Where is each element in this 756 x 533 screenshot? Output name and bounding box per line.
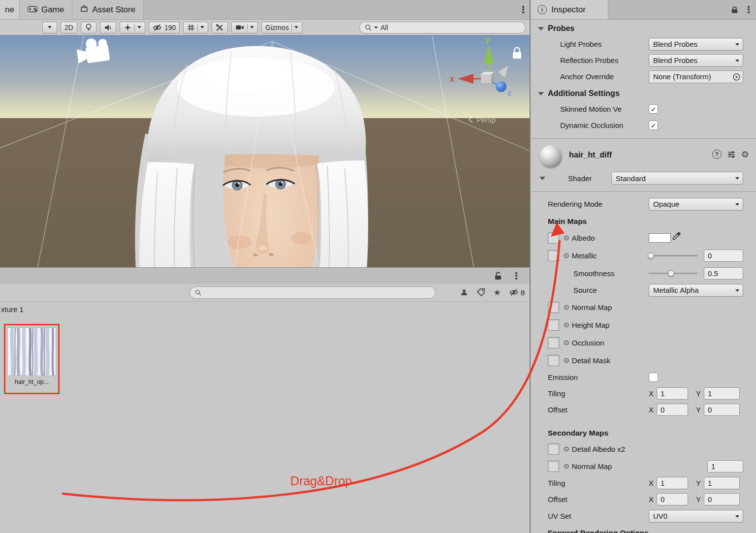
tab-scene[interactable]: ne xyxy=(0,0,20,19)
offset-label: Offset xyxy=(548,495,649,503)
rendering-mode-dropdown[interactable]: Opaque xyxy=(649,198,743,211)
gizmo-z-label[interactable]: z xyxy=(507,89,511,97)
gizmo-x-label[interactable]: x xyxy=(450,75,454,83)
shader-dropdown[interactable]: Standard xyxy=(611,172,743,185)
scene-camera-button[interactable] xyxy=(231,22,258,33)
audio-toggle-button[interactable] xyxy=(100,22,116,33)
lighting-toggle-button[interactable] xyxy=(81,22,96,33)
x-label: X xyxy=(649,389,654,398)
inspector-tabbar: i Inspector ⋮ xyxy=(532,0,756,20)
secondary-tiling-x-field[interactable] xyxy=(657,477,688,489)
hidden-count-toggle[interactable]: 8 xyxy=(509,288,525,297)
favorite-star-icon[interactable]: ★ xyxy=(493,287,501,297)
source-dropdown[interactable]: Metallic Alpha xyxy=(649,284,743,297)
inspector-tabbar-right: ⋮ xyxy=(731,0,756,19)
project-more-icon[interactable]: ⋮ xyxy=(510,270,523,282)
help-icon[interactable]: ? xyxy=(712,150,722,159)
tool-dropdown-button[interactable] xyxy=(42,22,57,33)
smoothness-slider[interactable] xyxy=(649,273,698,274)
normal-map-texture-slot[interactable] xyxy=(548,302,559,313)
inspector-more-icon[interactable]: ⋮ xyxy=(742,4,755,15)
presets-icon[interactable] xyxy=(727,150,736,159)
tab-inspector[interactable]: i Inspector xyxy=(532,0,608,19)
lock-icon[interactable] xyxy=(731,5,738,14)
secondary-offset-y-field[interactable] xyxy=(704,493,740,505)
height-map-texture-slot[interactable] xyxy=(548,319,559,331)
anchor-override-object-field[interactable]: None (Transform) xyxy=(649,70,743,83)
offset-label: Offset xyxy=(548,406,649,414)
dynamic-occlusion-checkbox[interactable]: ✓ xyxy=(649,121,658,130)
tabbar-more-icon[interactable]: ⋮ xyxy=(517,0,530,19)
toggle-2d-button[interactable]: 2D xyxy=(61,22,77,33)
material-foldout-arrow-icon[interactable] xyxy=(539,177,545,180)
label-icon[interactable] xyxy=(476,288,485,297)
offset-x-field[interactable] xyxy=(657,404,688,416)
texture-asset-tile[interactable]: hair_ht_op... xyxy=(4,324,60,394)
object-picker-icon[interactable] xyxy=(732,72,741,83)
smoothness-value-field[interactable] xyxy=(704,267,743,280)
secondary-offset-x-field[interactable] xyxy=(657,493,688,505)
secondary-normal-label: Normal Map xyxy=(572,462,612,470)
scene-viewport[interactable]: y x z Persp xyxy=(0,35,530,267)
offset-row: Offset X Y xyxy=(532,402,756,418)
dynamic-occlusion-row: Dynamic Occlusion ✓ xyxy=(532,117,756,133)
secondary-normal-value-field[interactable] xyxy=(707,460,743,472)
search-filter-caret-icon[interactable] xyxy=(374,27,378,29)
project-toolbar: ★ 8 xyxy=(0,284,530,302)
x-label: X xyxy=(649,479,654,487)
albedo-color-swatch[interactable] xyxy=(649,233,671,243)
dynamic-occlusion-label: Dynamic Occlusion xyxy=(560,121,649,129)
gamepad-icon xyxy=(28,5,37,15)
skinned-motion-checkbox[interactable]: ✓ xyxy=(649,104,658,114)
texture-thumbnail[interactable] xyxy=(7,327,56,376)
reflection-probes-dropdown[interactable]: Blend Probes xyxy=(649,54,743,67)
tiling-label: Tiling xyxy=(548,389,649,398)
uv-set-dropdown[interactable]: UV0 xyxy=(649,510,743,523)
metallic-value-field[interactable] xyxy=(704,250,743,262)
offset-y-field[interactable] xyxy=(704,404,740,416)
gizmo-y-label[interactable]: y xyxy=(485,35,490,44)
detail-albedo-label: Detail Albedo x2 xyxy=(572,445,625,453)
main-maps-header: Main Maps xyxy=(532,214,756,229)
secondary-tiling-y-field[interactable] xyxy=(704,477,740,489)
scene-search-field[interactable]: All xyxy=(359,22,526,33)
project-search-field[interactable] xyxy=(189,286,436,299)
texture-asset-name: hair_ht_op... xyxy=(15,378,49,385)
emission-checkbox[interactable] xyxy=(649,373,658,382)
tab-asset-store[interactable]: Asset Store xyxy=(72,0,144,19)
albedo-texture-slot[interactable] xyxy=(548,232,559,244)
gear-icon[interactable]: ⚙ xyxy=(741,150,749,159)
secondary-normal-texture-slot[interactable] xyxy=(548,461,559,472)
gizmo-persp-label[interactable]: Persp xyxy=(476,116,496,124)
metallic-texture-slot[interactable] xyxy=(548,250,559,261)
scene-visibility-button[interactable]: 190 xyxy=(149,22,180,33)
probes-foldout[interactable]: Probes xyxy=(532,21,756,36)
slider-knob[interactable] xyxy=(668,270,674,277)
asset-filter-icon[interactable] xyxy=(460,288,469,297)
effects-toggle-button[interactable] xyxy=(120,22,145,33)
secondary-normal-map-row: ⊙ Normal Map xyxy=(532,457,756,475)
tiling-x-field[interactable] xyxy=(657,387,688,400)
slider-knob[interactable] xyxy=(648,252,654,259)
detail-albedo-texture-slot[interactable] xyxy=(548,443,559,455)
additional-settings-foldout[interactable]: Additional Settings xyxy=(532,86,756,101)
tab-game[interactable]: Game xyxy=(20,0,72,19)
material-preview-sphere[interactable] xyxy=(539,145,562,168)
gizmos-button[interactable]: Gizmos xyxy=(261,22,302,33)
smoothness-label: Smoothness xyxy=(573,269,614,278)
metallic-slider[interactable] xyxy=(649,255,698,256)
grid-settings-button[interactable] xyxy=(183,22,208,33)
light-probes-dropdown[interactable]: Blend Probes xyxy=(649,38,743,51)
y-label: Y xyxy=(696,406,701,414)
tools-button[interactable] xyxy=(212,22,228,33)
project-search-input[interactable] xyxy=(204,287,430,298)
project-content[interactable]: xture 1 xyxy=(0,302,530,533)
probes-header: Probes xyxy=(548,24,574,33)
occlusion-row: ⊙ Occlusion xyxy=(532,334,756,351)
occlusion-texture-slot[interactable] xyxy=(548,337,559,348)
tiling-y-field[interactable] xyxy=(704,387,740,400)
asset-store-icon xyxy=(80,4,88,15)
unlock-icon[interactable] xyxy=(494,272,502,280)
detail-mask-texture-slot[interactable] xyxy=(548,355,559,366)
eyedropper-icon[interactable] xyxy=(671,232,681,243)
